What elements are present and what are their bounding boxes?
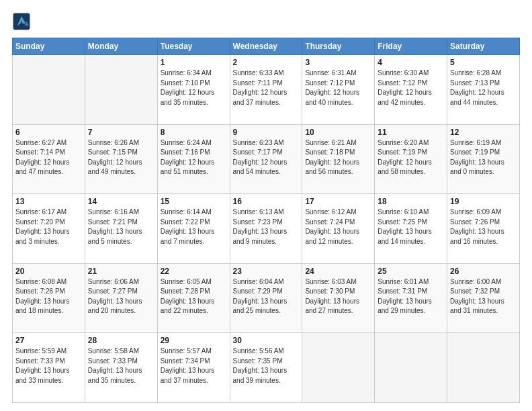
week-row-4: 20Sunrise: 6:08 AMSunset: 7:26 PMDayligh… <box>13 263 520 333</box>
day-number: 5 <box>450 58 517 67</box>
day-number: 22 <box>161 267 227 276</box>
weekday-wednesday: Wednesday <box>230 38 302 55</box>
day-info: Sunrise: 6:10 AMSunset: 7:25 PMDaylight:… <box>378 208 444 246</box>
day-number: 7 <box>88 128 154 137</box>
day-number: 18 <box>378 197 444 206</box>
calendar-cell <box>375 333 447 403</box>
weekday-tuesday: Tuesday <box>157 38 230 55</box>
week-row-2: 6Sunrise: 6:27 AMSunset: 7:14 PMDaylight… <box>13 124 520 194</box>
calendar-cell: 20Sunrise: 6:08 AMSunset: 7:26 PMDayligh… <box>13 263 85 333</box>
day-info: Sunrise: 6:14 AMSunset: 7:22 PMDaylight:… <box>161 208 227 246</box>
day-info: Sunrise: 6:04 AMSunset: 7:29 PMDaylight:… <box>233 277 300 316</box>
calendar-cell: 22Sunrise: 6:05 AMSunset: 7:28 PMDayligh… <box>157 263 230 333</box>
day-info: Sunrise: 6:31 AMSunset: 7:12 PMDaylight:… <box>305 68 371 107</box>
calendar-cell <box>13 55 85 125</box>
day-info: Sunrise: 6:28 AMSunset: 7:13 PMDaylight:… <box>450 68 517 107</box>
page: SundayMondayTuesdayWednesdayThursdayFrid… <box>0 0 532 411</box>
day-info: Sunrise: 5:59 AMSunset: 7:33 PMDaylight:… <box>15 347 82 385</box>
day-number: 28 <box>88 336 154 345</box>
day-number: 4 <box>378 58 444 67</box>
calendar-cell: 13Sunrise: 6:17 AMSunset: 7:20 PMDayligh… <box>13 194 85 264</box>
day-number: 2 <box>233 58 300 67</box>
day-number: 13 <box>15 197 82 206</box>
day-info: Sunrise: 6:26 AMSunset: 7:15 PMDaylight:… <box>88 138 154 177</box>
calendar-cell <box>447 333 520 403</box>
weekday-thursday: Thursday <box>302 38 375 55</box>
day-number: 14 <box>88 197 154 206</box>
calendar-cell: 28Sunrise: 5:58 AMSunset: 7:33 PMDayligh… <box>85 333 157 403</box>
day-number: 21 <box>88 267 154 276</box>
day-number: 1 <box>161 58 227 67</box>
day-info: Sunrise: 6:23 AMSunset: 7:17 PMDaylight:… <box>233 138 300 177</box>
day-number: 24 <box>305 267 371 276</box>
calendar-cell: 15Sunrise: 6:14 AMSunset: 7:22 PMDayligh… <box>157 194 230 264</box>
calendar-cell: 23Sunrise: 6:04 AMSunset: 7:29 PMDayligh… <box>230 263 302 333</box>
calendar-cell: 26Sunrise: 6:00 AMSunset: 7:32 PMDayligh… <box>447 263 520 333</box>
day-info: Sunrise: 6:09 AMSunset: 7:26 PMDaylight:… <box>450 208 517 246</box>
day-info: Sunrise: 6:21 AMSunset: 7:18 PMDaylight:… <box>305 138 371 177</box>
svg-rect-0 <box>13 13 30 30</box>
day-number: 6 <box>15 128 82 137</box>
day-number: 3 <box>305 58 371 67</box>
day-info: Sunrise: 6:17 AMSunset: 7:20 PMDaylight:… <box>15 208 82 246</box>
calendar-cell: 16Sunrise: 6:13 AMSunset: 7:23 PMDayligh… <box>230 194 302 264</box>
day-info: Sunrise: 6:01 AMSunset: 7:31 PMDaylight:… <box>378 277 444 316</box>
calendar-cell: 19Sunrise: 6:09 AMSunset: 7:26 PMDayligh… <box>447 194 520 264</box>
calendar-cell: 9Sunrise: 6:23 AMSunset: 7:17 PMDaylight… <box>230 124 302 194</box>
day-info: Sunrise: 6:00 AMSunset: 7:32 PMDaylight:… <box>450 277 517 316</box>
day-info: Sunrise: 6:08 AMSunset: 7:26 PMDaylight:… <box>15 277 82 316</box>
calendar-cell: 6Sunrise: 6:27 AMSunset: 7:14 PMDaylight… <box>13 124 85 194</box>
week-row-3: 13Sunrise: 6:17 AMSunset: 7:20 PMDayligh… <box>13 194 520 264</box>
calendar-cell: 30Sunrise: 5:56 AMSunset: 7:35 PMDayligh… <box>230 333 302 403</box>
weekday-friday: Friday <box>375 38 447 55</box>
day-info: Sunrise: 6:30 AMSunset: 7:12 PMDaylight:… <box>378 68 444 107</box>
calendar-cell: 8Sunrise: 6:24 AMSunset: 7:16 PMDaylight… <box>157 124 230 194</box>
day-info: Sunrise: 6:24 AMSunset: 7:16 PMDaylight:… <box>161 138 227 177</box>
calendar-cell: 24Sunrise: 6:03 AMSunset: 7:30 PMDayligh… <box>302 263 375 333</box>
day-number: 11 <box>378 128 444 137</box>
weekday-header-row: SundayMondayTuesdayWednesdayThursdayFrid… <box>13 38 520 55</box>
day-info: Sunrise: 6:34 AMSunset: 7:10 PMDaylight:… <box>161 68 227 107</box>
calendar-cell: 10Sunrise: 6:21 AMSunset: 7:18 PMDayligh… <box>302 124 375 194</box>
calendar-cell: 25Sunrise: 6:01 AMSunset: 7:31 PMDayligh… <box>375 263 447 333</box>
day-number: 12 <box>450 128 517 137</box>
day-number: 26 <box>450 267 517 276</box>
calendar-cell: 29Sunrise: 5:57 AMSunset: 7:34 PMDayligh… <box>157 333 230 403</box>
calendar-cell: 5Sunrise: 6:28 AMSunset: 7:13 PMDaylight… <box>447 55 520 125</box>
calendar-cell: 11Sunrise: 6:20 AMSunset: 7:19 PMDayligh… <box>375 124 447 194</box>
day-number: 16 <box>233 197 300 206</box>
week-row-1: 1Sunrise: 6:34 AMSunset: 7:10 PMDaylight… <box>13 55 520 125</box>
day-info: Sunrise: 6:27 AMSunset: 7:14 PMDaylight:… <box>15 138 82 177</box>
calendar-cell <box>302 333 375 403</box>
calendar-cell <box>85 55 157 125</box>
day-number: 9 <box>233 128 300 137</box>
day-info: Sunrise: 6:05 AMSunset: 7:28 PMDaylight:… <box>161 277 227 316</box>
day-info: Sunrise: 6:13 AMSunset: 7:23 PMDaylight:… <box>233 208 300 246</box>
day-info: Sunrise: 5:56 AMSunset: 7:35 PMDaylight:… <box>233 347 300 385</box>
logo-icon <box>12 12 31 31</box>
day-number: 10 <box>305 128 371 137</box>
day-number: 23 <box>233 267 300 276</box>
calendar-cell: 14Sunrise: 6:16 AMSunset: 7:21 PMDayligh… <box>85 194 157 264</box>
day-info: Sunrise: 6:16 AMSunset: 7:21 PMDaylight:… <box>88 208 154 246</box>
header <box>12 12 520 31</box>
calendar-cell: 27Sunrise: 5:59 AMSunset: 7:33 PMDayligh… <box>13 333 85 403</box>
calendar-cell: 21Sunrise: 6:06 AMSunset: 7:27 PMDayligh… <box>85 263 157 333</box>
day-info: Sunrise: 6:19 AMSunset: 7:19 PMDaylight:… <box>450 138 517 177</box>
day-number: 25 <box>378 267 444 276</box>
day-number: 19 <box>450 197 517 206</box>
week-row-5: 27Sunrise: 5:59 AMSunset: 7:33 PMDayligh… <box>13 333 520 403</box>
calendar-table: SundayMondayTuesdayWednesdayThursdayFrid… <box>12 38 520 403</box>
weekday-monday: Monday <box>85 38 157 55</box>
calendar-cell: 17Sunrise: 6:12 AMSunset: 7:24 PMDayligh… <box>302 194 375 264</box>
day-info: Sunrise: 6:03 AMSunset: 7:30 PMDaylight:… <box>305 277 371 316</box>
day-info: Sunrise: 6:12 AMSunset: 7:24 PMDaylight:… <box>305 208 371 246</box>
day-number: 30 <box>233 336 300 345</box>
calendar-cell: 18Sunrise: 6:10 AMSunset: 7:25 PMDayligh… <box>375 194 447 264</box>
day-number: 8 <box>161 128 227 137</box>
calendar-cell: 7Sunrise: 6:26 AMSunset: 7:15 PMDaylight… <box>85 124 157 194</box>
day-number: 29 <box>161 336 227 345</box>
calendar-cell: 1Sunrise: 6:34 AMSunset: 7:10 PMDaylight… <box>157 55 230 125</box>
weekday-sunday: Sunday <box>13 38 85 55</box>
day-info: Sunrise: 6:33 AMSunset: 7:11 PMDaylight:… <box>233 68 300 107</box>
